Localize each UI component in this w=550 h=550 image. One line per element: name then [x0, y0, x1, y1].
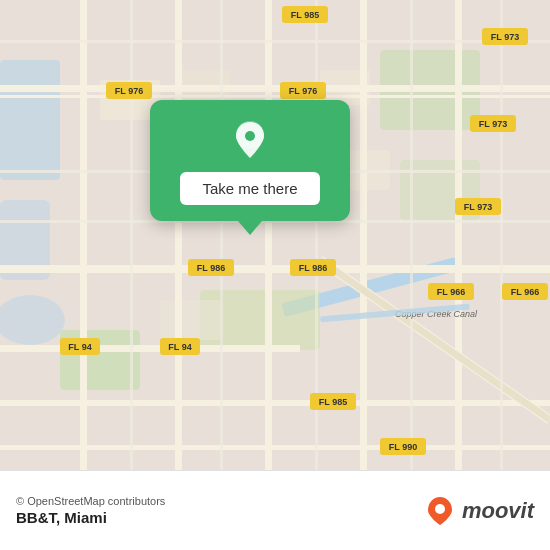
svg-text:FL 973: FL 973 [491, 32, 519, 42]
svg-text:FL 973: FL 973 [464, 202, 492, 212]
map-container: FL 985 FL 976 FL 976 FL 973 FL 973 FL 97… [0, 0, 550, 470]
svg-rect-30 [130, 0, 133, 470]
svg-text:FL 986: FL 986 [299, 263, 327, 273]
moovit-pin-icon [424, 495, 456, 527]
svg-text:FL 966: FL 966 [511, 287, 539, 297]
svg-rect-33 [410, 0, 413, 470]
svg-text:FL 985: FL 985 [291, 10, 319, 20]
location-pin-icon [228, 118, 272, 162]
popup-card: Take me there [150, 100, 350, 221]
svg-rect-12 [160, 300, 220, 340]
svg-text:FL 94: FL 94 [168, 342, 191, 352]
bottom-bar: © OpenStreetMap contributors BB&T, Miami… [0, 470, 550, 550]
svg-text:FL 986: FL 986 [197, 263, 225, 273]
osm-attribution: © OpenStreetMap contributors [16, 495, 165, 507]
svg-point-67 [435, 504, 445, 514]
svg-rect-23 [360, 0, 367, 470]
svg-rect-20 [80, 0, 87, 470]
svg-point-66 [245, 131, 255, 141]
svg-rect-22 [265, 0, 272, 470]
location-name: BB&T, Miami [16, 509, 165, 526]
svg-text:FL 973: FL 973 [479, 119, 507, 129]
svg-text:FL 94: FL 94 [68, 342, 91, 352]
svg-rect-21 [175, 0, 182, 470]
moovit-label: moovit [462, 498, 534, 524]
svg-rect-27 [0, 40, 550, 43]
take-me-there-button[interactable]: Take me there [180, 172, 319, 205]
svg-text:FL 976: FL 976 [289, 86, 317, 96]
svg-text:FL 985: FL 985 [319, 397, 347, 407]
svg-text:FL 966: FL 966 [437, 287, 465, 297]
svg-rect-24 [455, 0, 462, 470]
svg-text:FL 976: FL 976 [115, 86, 143, 96]
svg-rect-31 [220, 0, 223, 470]
svg-text:FL 990: FL 990 [389, 442, 417, 452]
svg-rect-34 [500, 0, 503, 470]
svg-rect-1 [0, 60, 60, 180]
svg-rect-17 [0, 345, 300, 352]
moovit-logo: moovit [424, 495, 534, 527]
bottom-left: © OpenStreetMap contributors BB&T, Miami [16, 495, 165, 526]
